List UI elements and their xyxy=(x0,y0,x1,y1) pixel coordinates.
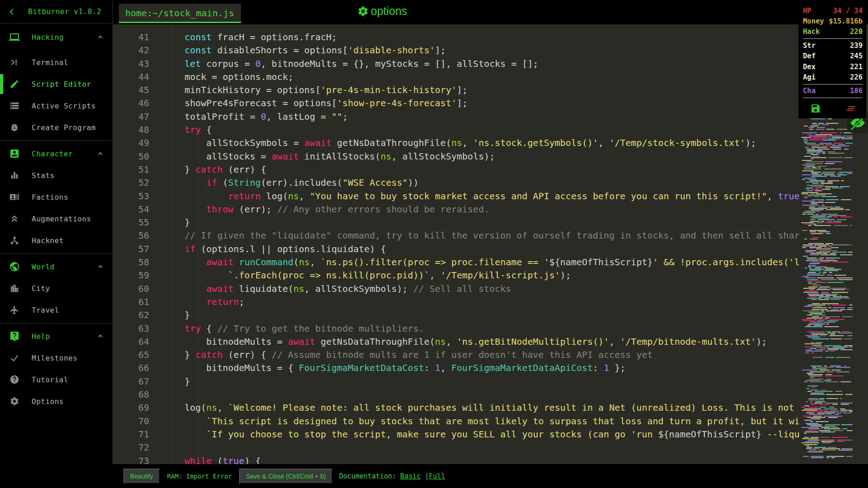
code-line[interactable]: 51 } catch (err) { xyxy=(113,163,799,176)
divider xyxy=(803,38,863,39)
stat-label-str: Str xyxy=(803,42,816,50)
divider xyxy=(803,84,863,84)
code-line[interactable]: 66 bitnodeMults = { FourSigmaMarketDataC… xyxy=(113,361,799,375)
stat-label-money: Money xyxy=(803,17,824,25)
documentation-basic-link[interactable]: Basic xyxy=(400,472,420,480)
laptop-icon xyxy=(9,32,20,42)
code-line[interactable]: 71 `If you choose to stop the script, ma… xyxy=(113,428,799,441)
stat-value-hp: 34 / 34 xyxy=(833,7,863,15)
sidebar-item-travel[interactable]: Travel xyxy=(0,299,113,321)
editor-options-button[interactable]: options xyxy=(357,5,407,18)
code-line[interactable]: 58 await runCommand(ns, `ns.ps().filter(… xyxy=(113,256,799,269)
code-line[interactable]: 49 allStockSymbols = await getNsDataThro… xyxy=(113,136,799,150)
sidebar-item-create-program[interactable]: Create Program xyxy=(0,117,113,138)
storage-icon xyxy=(9,100,20,111)
stat-value-dex: 221 xyxy=(850,63,863,71)
code-line[interactable]: 55 } xyxy=(113,216,799,229)
chevron-up-icon xyxy=(96,332,104,340)
sidebar-section-world[interactable]: World xyxy=(0,256,113,277)
sidebar-item-hacknet[interactable]: Hacknet xyxy=(0,230,113,251)
divider xyxy=(0,323,113,324)
code-line[interactable]: 47 totalProfit = 0, lastLog = ""; xyxy=(113,110,799,123)
code-line[interactable]: 48 try { xyxy=(113,123,799,136)
stat-value-hack: 220 xyxy=(850,28,863,36)
active-indicator xyxy=(0,74,3,94)
sidebar-item-label: Factions xyxy=(32,193,68,202)
code-line[interactable]: 64 bitnodeMults = await getNsDataThrough… xyxy=(113,335,799,348)
bug-icon xyxy=(9,122,20,133)
sidebar-item-active-scripts[interactable]: Active Scripts xyxy=(0,95,113,117)
sidebar-item-label: Tutorial xyxy=(32,375,68,384)
code-line[interactable]: 43 let corpus = 0, bitnodeMults = {}, my… xyxy=(113,57,799,70)
code-line[interactable]: 41 const fracH = options.fracH; xyxy=(113,31,799,44)
code-line[interactable]: 65 } catch (err) { // Assume bitnode mul… xyxy=(113,348,799,361)
sidebar-item-factions[interactable]: Factions xyxy=(0,186,113,208)
code-line[interactable]: 69 log(ns, `Welcome! Please note: all st… xyxy=(113,401,799,414)
code-line[interactable]: 52 if (String(err).includes("WSE Access"… xyxy=(113,176,799,189)
sidebar-item-script-editor[interactable]: Script Editor xyxy=(0,73,113,95)
sidebar-section-label: Hacking xyxy=(32,33,64,42)
stat-value-money: $15.816b xyxy=(829,17,863,25)
sidebar-item-label: Create Program xyxy=(32,123,96,132)
sidebar: Bitburner v1.0.2 Hacking Terminal Script… xyxy=(0,0,113,488)
sidebar-item-label: Options xyxy=(32,397,64,406)
code-line[interactable]: 73 while (true) { xyxy=(113,455,799,465)
save-close-button[interactable]: Save & Close (Ctrl/Cmd + b) xyxy=(239,469,333,484)
code-line[interactable]: 68 xyxy=(113,388,799,401)
stat-label-hack: Hack xyxy=(803,28,820,36)
network-hub-icon xyxy=(9,235,20,246)
code-line[interactable]: 54 throw (err); // Any other errors shou… xyxy=(113,203,799,216)
editor-footer: Beautify RAM: Import Error Save & Close … xyxy=(0,464,868,488)
contact-card-icon xyxy=(9,192,20,202)
question-circle-icon xyxy=(9,374,20,385)
terminal-icon xyxy=(9,57,20,68)
check-icon xyxy=(9,352,20,363)
sidebar-item-label: City xyxy=(32,284,50,293)
sidebar-section-help[interactable]: Help xyxy=(0,325,113,347)
save-icon[interactable] xyxy=(810,103,821,114)
stat-label-cha: Cha xyxy=(803,87,816,95)
code-line[interactable]: 61 return; xyxy=(113,296,799,309)
clear-lines-icon[interactable] xyxy=(845,103,856,114)
code-line[interactable]: 59 `.forEach(proc => ns.kill(proc.pid))`… xyxy=(113,269,799,282)
sidebar-section-character[interactable]: Character xyxy=(0,143,113,164)
code-line[interactable]: 63 try { // Try to get the bitnode multi… xyxy=(113,322,799,335)
sidebar-item-tutorial[interactable]: Tutorial xyxy=(0,369,113,390)
open-file-tab[interactable]: home:~/stock_main.js xyxy=(119,4,241,23)
ram-status[interactable]: RAM: Import Error xyxy=(164,469,236,483)
documentation-full-link[interactable]: Full xyxy=(429,472,445,480)
sidebar-item-milestones[interactable]: Milestones xyxy=(0,347,113,369)
code-line[interactable]: 46 showPre4sForecast = options['show-pre… xyxy=(113,97,799,110)
beautify-button[interactable]: Beautify xyxy=(123,469,160,484)
gear-icon xyxy=(9,396,20,407)
collapse-sidebar-icon[interactable] xyxy=(7,7,16,16)
code-line[interactable]: 67 } xyxy=(113,375,799,388)
divider xyxy=(0,141,113,141)
stat-label-hp: HP xyxy=(803,7,811,15)
sidebar-item-options[interactable]: Options xyxy=(0,390,113,412)
code-line[interactable]: 60 await liquidate(ns, allStockSymbols);… xyxy=(113,282,799,296)
script-editor: 41 const fracH = options.fracH;42 const … xyxy=(113,24,868,464)
code-line[interactable]: 62 } xyxy=(113,309,799,322)
sidebar-item-stats[interactable]: Stats xyxy=(0,164,113,186)
sidebar-item-city[interactable]: City xyxy=(0,277,113,299)
code-line[interactable]: 45 minTickHistory = options['pre-4s-min-… xyxy=(113,84,799,97)
sidebar-section-hacking[interactable]: Hacking xyxy=(0,26,113,48)
code-line[interactable]: 42 const disableShorts = options['disabl… xyxy=(113,44,799,57)
chevron-up-icon xyxy=(96,33,104,41)
stat-label-agi: Agi xyxy=(803,73,816,81)
editor-options-label: options xyxy=(371,5,407,18)
code-line[interactable]: 53 return log(ns, "You have to buy stock… xyxy=(113,190,799,203)
code-line[interactable]: 57 if (options.l || options.liquidate) { xyxy=(113,243,799,256)
code-line[interactable]: 72 xyxy=(113,441,799,454)
code-line[interactable]: 70 `This script is designed to buy stock… xyxy=(113,415,799,428)
code-line[interactable]: 44 mock = options.mock; xyxy=(113,70,799,84)
code-line[interactable]: 56 // If given the "liquidate" command, … xyxy=(113,229,799,242)
code-line[interactable]: 50 allStocks = await initAllStocks(ns, a… xyxy=(113,150,799,163)
gear-icon xyxy=(357,5,369,17)
sidebar-item-augmentations[interactable]: Augmentations xyxy=(0,208,113,230)
sidebar-item-terminal[interactable]: Terminal xyxy=(0,52,113,73)
divider xyxy=(803,98,863,98)
code-lines[interactable]: 41 const fracH = options.fracH;42 const … xyxy=(113,24,799,464)
editor-topbar: home:~/stock_main.js options xyxy=(113,0,868,24)
